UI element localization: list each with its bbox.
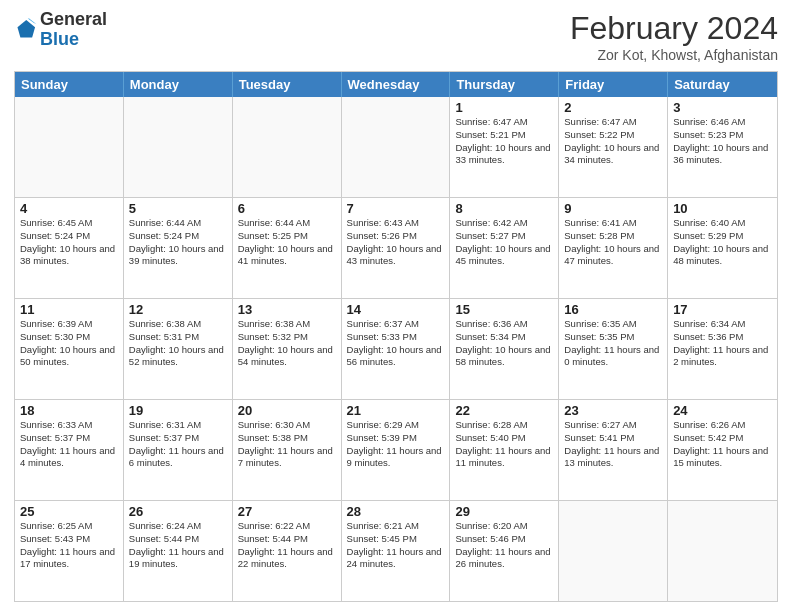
day-cell-4: 4 Sunrise: 6:45 AMSunset: 5:24 PMDayligh…: [15, 198, 124, 298]
day-info: Sunrise: 6:41 AMSunset: 5:28 PMDaylight:…: [564, 217, 662, 268]
day-info: Sunrise: 6:44 AMSunset: 5:24 PMDaylight:…: [129, 217, 227, 268]
empty-cell-4-6: [668, 501, 777, 601]
empty-cell-0-3: [342, 97, 451, 197]
day-cell-20: 20 Sunrise: 6:30 AMSunset: 5:38 PMDaylig…: [233, 400, 342, 500]
day-cell-16: 16 Sunrise: 6:35 AMSunset: 5:35 PMDaylig…: [559, 299, 668, 399]
day-number: 24: [673, 403, 772, 418]
day-info: Sunrise: 6:25 AMSunset: 5:43 PMDaylight:…: [20, 520, 118, 571]
day-info: Sunrise: 6:38 AMSunset: 5:32 PMDaylight:…: [238, 318, 336, 369]
day-cell-10: 10 Sunrise: 6:40 AMSunset: 5:29 PMDaylig…: [668, 198, 777, 298]
day-number: 9: [564, 201, 662, 216]
location: Zor Kot, Khowst, Afghanistan: [570, 47, 778, 63]
day-cell-22: 22 Sunrise: 6:28 AMSunset: 5:40 PMDaylig…: [450, 400, 559, 500]
day-info: Sunrise: 6:31 AMSunset: 5:37 PMDaylight:…: [129, 419, 227, 470]
day-info: Sunrise: 6:38 AMSunset: 5:31 PMDaylight:…: [129, 318, 227, 369]
day-cell-27: 27 Sunrise: 6:22 AMSunset: 5:44 PMDaylig…: [233, 501, 342, 601]
header-monday: Monday: [124, 72, 233, 97]
day-info: Sunrise: 6:36 AMSunset: 5:34 PMDaylight:…: [455, 318, 553, 369]
week-row-5: 25 Sunrise: 6:25 AMSunset: 5:43 PMDaylig…: [15, 500, 777, 601]
day-number: 5: [129, 201, 227, 216]
day-info: Sunrise: 6:37 AMSunset: 5:33 PMDaylight:…: [347, 318, 445, 369]
day-number: 20: [238, 403, 336, 418]
day-info: Sunrise: 6:45 AMSunset: 5:24 PMDaylight:…: [20, 217, 118, 268]
day-number: 6: [238, 201, 336, 216]
day-cell-18: 18 Sunrise: 6:33 AMSunset: 5:37 PMDaylig…: [15, 400, 124, 500]
header-friday: Friday: [559, 72, 668, 97]
day-info: Sunrise: 6:40 AMSunset: 5:29 PMDaylight:…: [673, 217, 772, 268]
day-cell-9: 9 Sunrise: 6:41 AMSunset: 5:28 PMDayligh…: [559, 198, 668, 298]
day-number: 22: [455, 403, 553, 418]
month-title: February 2024: [570, 10, 778, 47]
logo-icon: [16, 17, 38, 39]
day-number: 1: [455, 100, 553, 115]
day-number: 27: [238, 504, 336, 519]
day-cell-8: 8 Sunrise: 6:42 AMSunset: 5:27 PMDayligh…: [450, 198, 559, 298]
day-cell-24: 24 Sunrise: 6:26 AMSunset: 5:42 PMDaylig…: [668, 400, 777, 500]
empty-cell-0-0: [15, 97, 124, 197]
day-info: Sunrise: 6:26 AMSunset: 5:42 PMDaylight:…: [673, 419, 772, 470]
day-info: Sunrise: 6:44 AMSunset: 5:25 PMDaylight:…: [238, 217, 336, 268]
page: General Blue February 2024 Zor Kot, Khow…: [0, 0, 792, 612]
day-info: Sunrise: 6:24 AMSunset: 5:44 PMDaylight:…: [129, 520, 227, 571]
day-info: Sunrise: 6:43 AMSunset: 5:26 PMDaylight:…: [347, 217, 445, 268]
day-number: 10: [673, 201, 772, 216]
week-row-1: 1 Sunrise: 6:47 AMSunset: 5:21 PMDayligh…: [15, 97, 777, 197]
day-cell-28: 28 Sunrise: 6:21 AMSunset: 5:45 PMDaylig…: [342, 501, 451, 601]
logo: General Blue: [14, 10, 107, 50]
day-cell-2: 2 Sunrise: 6:47 AMSunset: 5:22 PMDayligh…: [559, 97, 668, 197]
day-cell-1: 1 Sunrise: 6:47 AMSunset: 5:21 PMDayligh…: [450, 97, 559, 197]
day-info: Sunrise: 6:39 AMSunset: 5:30 PMDaylight:…: [20, 318, 118, 369]
day-cell-23: 23 Sunrise: 6:27 AMSunset: 5:41 PMDaylig…: [559, 400, 668, 500]
day-info: Sunrise: 6:33 AMSunset: 5:37 PMDaylight:…: [20, 419, 118, 470]
calendar: Sunday Monday Tuesday Wednesday Thursday…: [14, 71, 778, 602]
day-cell-7: 7 Sunrise: 6:43 AMSunset: 5:26 PMDayligh…: [342, 198, 451, 298]
empty-cell-0-2: [233, 97, 342, 197]
day-cell-5: 5 Sunrise: 6:44 AMSunset: 5:24 PMDayligh…: [124, 198, 233, 298]
day-number: 15: [455, 302, 553, 317]
day-info: Sunrise: 6:47 AMSunset: 5:21 PMDaylight:…: [455, 116, 553, 167]
day-number: 4: [20, 201, 118, 216]
day-info: Sunrise: 6:27 AMSunset: 5:41 PMDaylight:…: [564, 419, 662, 470]
day-info: Sunrise: 6:46 AMSunset: 5:23 PMDaylight:…: [673, 116, 772, 167]
day-cell-15: 15 Sunrise: 6:36 AMSunset: 5:34 PMDaylig…: [450, 299, 559, 399]
logo-blue-text: Blue: [40, 29, 79, 49]
day-info: Sunrise: 6:47 AMSunset: 5:22 PMDaylight:…: [564, 116, 662, 167]
week-row-3: 11 Sunrise: 6:39 AMSunset: 5:30 PMDaylig…: [15, 298, 777, 399]
day-number: 13: [238, 302, 336, 317]
day-cell-19: 19 Sunrise: 6:31 AMSunset: 5:37 PMDaylig…: [124, 400, 233, 500]
day-cell-11: 11 Sunrise: 6:39 AMSunset: 5:30 PMDaylig…: [15, 299, 124, 399]
empty-cell-4-5: [559, 501, 668, 601]
header-wednesday: Wednesday: [342, 72, 451, 97]
day-number: 18: [20, 403, 118, 418]
day-cell-17: 17 Sunrise: 6:34 AMSunset: 5:36 PMDaylig…: [668, 299, 777, 399]
header-saturday: Saturday: [668, 72, 777, 97]
logo-general-text: General: [40, 9, 107, 29]
day-info: Sunrise: 6:29 AMSunset: 5:39 PMDaylight:…: [347, 419, 445, 470]
day-number: 17: [673, 302, 772, 317]
header-thursday: Thursday: [450, 72, 559, 97]
day-number: 7: [347, 201, 445, 216]
header-sunday: Sunday: [15, 72, 124, 97]
day-info: Sunrise: 6:28 AMSunset: 5:40 PMDaylight:…: [455, 419, 553, 470]
day-number: 29: [455, 504, 553, 519]
day-cell-14: 14 Sunrise: 6:37 AMSunset: 5:33 PMDaylig…: [342, 299, 451, 399]
day-info: Sunrise: 6:42 AMSunset: 5:27 PMDaylight:…: [455, 217, 553, 268]
day-cell-26: 26 Sunrise: 6:24 AMSunset: 5:44 PMDaylig…: [124, 501, 233, 601]
day-cell-13: 13 Sunrise: 6:38 AMSunset: 5:32 PMDaylig…: [233, 299, 342, 399]
day-info: Sunrise: 6:21 AMSunset: 5:45 PMDaylight:…: [347, 520, 445, 571]
day-info: Sunrise: 6:22 AMSunset: 5:44 PMDaylight:…: [238, 520, 336, 571]
day-info: Sunrise: 6:35 AMSunset: 5:35 PMDaylight:…: [564, 318, 662, 369]
day-info: Sunrise: 6:30 AMSunset: 5:38 PMDaylight:…: [238, 419, 336, 470]
calendar-body: 1 Sunrise: 6:47 AMSunset: 5:21 PMDayligh…: [15, 97, 777, 601]
svg-marker-0: [17, 20, 35, 38]
day-cell-12: 12 Sunrise: 6:38 AMSunset: 5:31 PMDaylig…: [124, 299, 233, 399]
day-number: 14: [347, 302, 445, 317]
day-cell-21: 21 Sunrise: 6:29 AMSunset: 5:39 PMDaylig…: [342, 400, 451, 500]
week-row-2: 4 Sunrise: 6:45 AMSunset: 5:24 PMDayligh…: [15, 197, 777, 298]
empty-cell-0-1: [124, 97, 233, 197]
day-number: 25: [20, 504, 118, 519]
header-tuesday: Tuesday: [233, 72, 342, 97]
day-number: 23: [564, 403, 662, 418]
day-number: 2: [564, 100, 662, 115]
day-number: 28: [347, 504, 445, 519]
